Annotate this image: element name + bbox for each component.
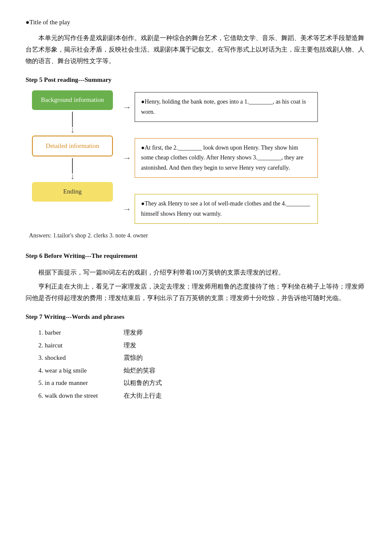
detailed-row: Detailed information xyxy=(32,136,113,157)
intro-para1: 本单元的写作任务是戏剧剧本创作。戏剧是一种综合的舞台艺术，它借助文学、音乐、舞蹈… xyxy=(26,32,366,67)
right-row-3: → ●They ask Henry to see a lot of well-m… xyxy=(119,194,366,224)
answers-line: Answers: 1.tailor's shop 2. clerks 3. no… xyxy=(29,231,366,241)
info-box-3: ●They ask Henry to see a lot of well-mad… xyxy=(135,194,318,224)
detailed-box: Detailed information xyxy=(32,136,113,157)
diagram-left-col: Background information ↓ Detailed inform… xyxy=(26,90,119,202)
step7-item: 4. wear a big smile灿烂的笑容 xyxy=(26,365,366,376)
step7-en: 4. wear a big smile xyxy=(38,365,124,376)
step7-cn: 理发师 xyxy=(124,327,366,338)
step7-item: 6. walk down the street在大街上行走 xyxy=(26,390,366,402)
ending-box: Ending xyxy=(32,182,113,202)
background-box: Background information xyxy=(32,90,113,110)
step5-heading: Step 5 Post reading---Summary xyxy=(26,75,366,86)
step7-heading: Step 7 Writing---Words and phrases xyxy=(26,312,366,323)
right-row-1: → ●Henry, holding the bank note, goes in… xyxy=(119,92,366,122)
step6-para1: 根据下面提示，写一篇80词左右的戏剧，介绍亨利带着100万英镑的支票去理发的过程… xyxy=(26,267,366,278)
arrow-right-3: → xyxy=(123,202,131,216)
step7-cn: 理发 xyxy=(124,340,366,351)
step7-cn: 震惊的 xyxy=(124,353,366,364)
step7-en: 5. in a rude manner xyxy=(38,378,124,389)
info-box-1: ●Henry, holding the bank note, goes into… xyxy=(135,92,318,122)
step6-para2: 亨利正走在大街上，看见了一家理发店，决定去理发；理发师用粗鲁的态度接待了他；亨利… xyxy=(26,281,366,304)
right-row-2: → ●At first, the 2.________ look down up… xyxy=(119,138,366,178)
step7-cn: 以粗鲁的方式 xyxy=(124,378,366,389)
arrow-down-1: ↓ xyxy=(70,110,75,136)
summary-diagram: Background information ↓ Detailed inform… xyxy=(26,90,366,224)
ending-row: Ending xyxy=(32,182,113,202)
step7-en: 3. shocked xyxy=(38,353,124,364)
step7-item: 3. shocked震惊的 xyxy=(26,353,366,364)
step7-item: 2. haircut理发 xyxy=(26,340,366,351)
title-bullet: ●Title of the play xyxy=(26,17,366,28)
step7-en: 6. walk down the street xyxy=(38,390,124,402)
step7-item: 5. in a rude manner以粗鲁的方式 xyxy=(26,378,366,389)
step7-en: 2. haircut xyxy=(38,340,124,351)
step7-en: 1. barber xyxy=(38,327,124,338)
arrow-down-2: ↓ xyxy=(70,156,75,182)
step7-cn: 灿烂的笑容 xyxy=(124,365,366,376)
step7-list: 1. barber理发师2. haircut理发3. shocked震惊的4. … xyxy=(26,327,366,401)
step7-cn: 在大街上行走 xyxy=(124,390,366,402)
arrow-right-1: → xyxy=(123,100,131,114)
diagram-right-col: → ●Henry, holding the bank note, goes in… xyxy=(119,90,366,224)
background-row: Background information xyxy=(32,90,113,110)
info-box-2: ●At first, the 2.________ look down upon… xyxy=(135,138,318,178)
step7-item: 1. barber理发师 xyxy=(26,327,366,338)
step6-heading: Step 6 Before Writing---The requirement xyxy=(26,251,366,262)
arrow-right-2: → xyxy=(123,150,131,165)
